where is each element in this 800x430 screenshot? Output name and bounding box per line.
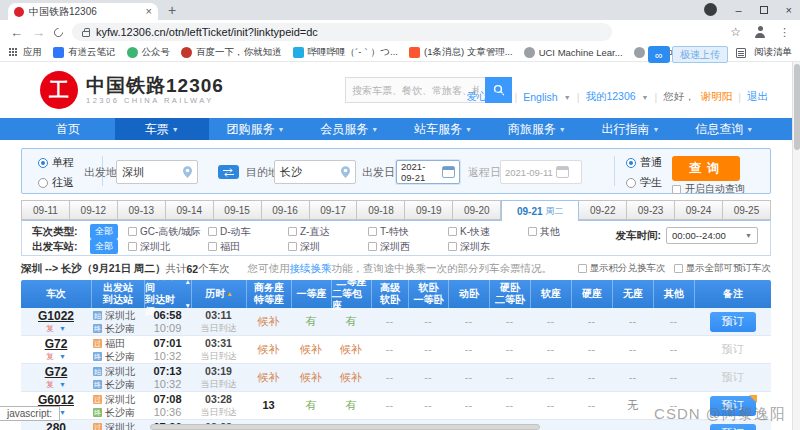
horizontal-scrollbar-thumb[interactable] xyxy=(150,424,540,430)
train-type-option[interactable]: Z-直达 xyxy=(288,225,368,239)
padlock-icon[interactable] xyxy=(82,31,90,37)
trip-type-option[interactable]: 单程 xyxy=(38,155,74,170)
return-date-input[interactable]: 2021-09-11 xyxy=(500,160,582,184)
train-type-option[interactable]: T-特快 xyxy=(368,225,448,239)
depart-station-checkbox[interactable] xyxy=(128,242,137,251)
train-type-option[interactable]: GC-高铁/城际 xyxy=(128,225,208,239)
date-tab-09-24[interactable]: 09-24 xyxy=(675,200,723,220)
train-type-checkbox[interactable] xyxy=(448,227,457,236)
forward-icon[interactable]: → xyxy=(32,26,45,39)
depart-station-option[interactable]: 深圳北 xyxy=(128,240,208,254)
date-tab-09-14[interactable]: 09-14 xyxy=(166,200,214,220)
train-type-checkbox[interactable] xyxy=(368,227,377,236)
depart-station-checkbox[interactable] xyxy=(448,242,457,251)
nav-item-团购服务[interactable]: 团购服务▼ xyxy=(209,118,303,140)
date-tab-09-21[interactable]: 09-21周二 xyxy=(501,200,579,221)
vertical-scrollbar[interactable] xyxy=(792,62,800,430)
depart-time-select[interactable]: 00:00--24:00 ▼ xyxy=(666,227,758,244)
username-link[interactable]: 谢明阳 xyxy=(701,90,733,104)
nav-item-商旅服务[interactable]: 商旅服务▼ xyxy=(490,118,584,140)
expand-caret-icon[interactable]: ▼ xyxy=(59,322,66,335)
train-type-all-badge[interactable]: 全部 xyxy=(90,224,118,239)
nav-item-信息查询[interactable]: 信息查询▼ xyxy=(677,118,771,140)
train-type-checkbox[interactable] xyxy=(288,227,297,236)
sort-arrow-icon[interactable]: ▲ xyxy=(226,288,232,300)
query-search-button[interactable]: 查询 xyxy=(672,156,740,181)
vertical-scrollbar-thumb[interactable] xyxy=(794,64,800,150)
date-tab-09-15[interactable]: 09-15 xyxy=(214,200,262,220)
book-button[interactable]: 预订 xyxy=(710,312,756,332)
back-icon[interactable]: ← xyxy=(10,26,23,39)
url-text[interactable]: kyfw.12306.cn/otn/leftTicket/init?linkty… xyxy=(96,26,318,38)
passenger-type-radio[interactable] xyxy=(626,178,636,188)
train-number-link[interactable]: 280 xyxy=(46,422,66,430)
auto-query-option[interactable]: 开启自动查询 xyxy=(672,182,745,196)
train-type-checkbox[interactable] xyxy=(208,227,217,236)
passenger-type-radio[interactable] xyxy=(626,158,636,168)
minimize-button[interactable]: – xyxy=(735,4,741,16)
date-tab-09-12[interactable]: 09-12 xyxy=(70,200,118,220)
date-tab-09-23[interactable]: 09-23 xyxy=(627,200,675,220)
close-button[interactable]: × xyxy=(786,4,792,16)
date-tab-09-20[interactable]: 09-20 xyxy=(453,200,501,220)
logout-link[interactable]: 退出 xyxy=(747,90,768,104)
to-station-input[interactable]: 长沙 xyxy=(274,160,356,184)
date-tab-09-16[interactable]: 09-16 xyxy=(262,200,310,220)
bookmark-star-icon[interactable]: ☆ xyxy=(730,25,741,39)
depart-date-input[interactable]: 2021-09-21 xyxy=(396,160,460,184)
bookmark-item[interactable]: UCI Machine Lear... xyxy=(524,47,623,58)
bookmark-item[interactable]: 百度一下，你就知道 xyxy=(181,46,282,59)
bookmark-item[interactable]: (1条消息) 文章管理... xyxy=(409,46,513,59)
date-tab-09-18[interactable]: 09-18 xyxy=(357,200,405,220)
trip-type-radio[interactable] xyxy=(38,158,48,168)
browser-profile-icon[interactable] xyxy=(704,3,717,16)
swap-stations-button[interactable] xyxy=(218,165,239,179)
nav-item-车票[interactable]: 车票▼ xyxy=(115,118,209,140)
nav-item-首页[interactable]: 首页 xyxy=(21,118,115,140)
summary-checkbox[interactable] xyxy=(674,264,683,273)
calendar-icon[interactable] xyxy=(442,166,455,178)
nav-item-站车服务[interactable]: 站车服务▼ xyxy=(396,118,490,140)
browser-menu-icon[interactable]: ⋮ xyxy=(779,26,790,39)
depart-station-option[interactable]: 深圳西 xyxy=(368,240,448,254)
depart-station-option[interactable]: 深圳东 xyxy=(448,240,528,254)
train-type-option[interactable]: K-快速 xyxy=(448,225,528,239)
from-station-input[interactable]: 深圳 xyxy=(116,160,198,184)
date-tab-09-25[interactable]: 09-25 xyxy=(723,200,771,220)
summary-checkbox-option[interactable]: 显示积分兑换车次 xyxy=(578,262,666,275)
reading-list-label[interactable]: 阅读清单 xyxy=(754,46,792,59)
nav-item-出行指南[interactable]: 出行指南▼ xyxy=(584,118,678,140)
passenger-type-option[interactable]: 普通 xyxy=(626,155,662,170)
depart-station-checkbox[interactable] xyxy=(288,242,297,251)
date-tab-09-19[interactable]: 09-19 xyxy=(405,200,453,220)
transfer-link[interactable]: 接续换乘 xyxy=(290,262,332,274)
tab-close-icon[interactable]: × xyxy=(146,6,152,17)
site-search-input[interactable] xyxy=(345,77,485,103)
expand-caret-icon[interactable]: ▼ xyxy=(59,378,66,391)
reload-icon[interactable] xyxy=(52,26,65,39)
bookmark-item[interactable]: 哔哩哔哩（´-｀）つ... xyxy=(293,46,398,59)
bookmark-item[interactable]: 有道云笔记 xyxy=(53,46,116,59)
browser-tab[interactable]: 中国铁路12306 × xyxy=(8,3,158,20)
train-type-option[interactable]: D-动车 xyxy=(208,225,288,239)
trip-type-radio[interactable] xyxy=(38,178,48,188)
summary-checkbox-option[interactable]: 显示全部可预订车次 xyxy=(674,262,772,275)
bookmark-item[interactable]: 应用 xyxy=(8,46,42,59)
depart-station-option[interactable]: 福田 xyxy=(208,240,288,254)
passenger-type-option[interactable]: 学生 xyxy=(626,175,662,190)
maximize-button[interactable] xyxy=(760,6,768,14)
train-type-checkbox[interactable] xyxy=(128,227,137,236)
nav-item-会员服务[interactable]: 会员服务▼ xyxy=(302,118,396,140)
depart-station-checkbox[interactable] xyxy=(208,242,217,251)
trip-type-option[interactable]: 往返 xyxy=(38,175,74,190)
baidu-netdisk-extension-icon[interactable]: ∞ xyxy=(648,46,670,63)
date-tab-09-13[interactable]: 09-13 xyxy=(118,200,166,220)
train-type-checkbox[interactable] xyxy=(528,227,537,236)
train-type-option[interactable]: 其他 xyxy=(528,225,608,239)
auto-query-checkbox[interactable] xyxy=(672,185,681,194)
summary-checkbox[interactable] xyxy=(578,264,587,273)
my12306-link[interactable]: 我的12306 xyxy=(585,90,635,104)
new-tab-button[interactable]: + xyxy=(168,3,176,17)
depart-station-option[interactable]: 深圳 xyxy=(288,240,368,254)
profile-avatar-icon[interactable] xyxy=(753,25,767,39)
